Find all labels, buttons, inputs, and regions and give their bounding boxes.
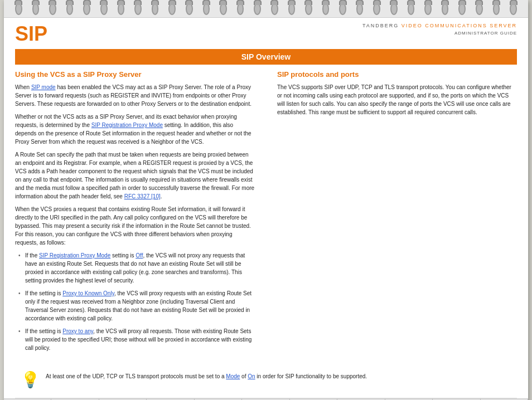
bullet-item-3: If the setting is Proxy to any, the VCS …: [21, 327, 255, 352]
on-link[interactable]: On: [248, 373, 255, 379]
left-para-4: When the VCS proxies a request that cont…: [15, 205, 255, 247]
lightbulb-icon: 💡: [21, 372, 40, 388]
left-para-1: When SIP mode has been enabled the VCS m…: [15, 83, 255, 108]
spiral-hole: [83, 3, 90, 15]
sip-mode-link[interactable]: SIP mode: [31, 84, 56, 90]
spiral-hole: [356, 3, 364, 15]
mode-link[interactable]: Mode: [226, 373, 240, 379]
company-tagline: TANDBERG VIDEO COMMUNICATIONS SERVER: [362, 22, 517, 30]
bullet-item-1: If the SIP Registration Proxy Mode setti…: [21, 251, 255, 285]
page-title: SIP: [15, 22, 47, 46]
left-para-3: A Route Set can specify the path that mu…: [15, 150, 255, 201]
tip-text: At least one of the UDP, TCP or TLS tran…: [46, 372, 367, 381]
spiral-hole: [203, 3, 210, 15]
main-content: Using the VCS as a SIP Proxy Server When…: [4, 65, 528, 362]
spiral-hole: [476, 3, 483, 15]
company-logo-area: TANDBERG VIDEO COMMUNICATIONS SERVER ADM…: [362, 22, 517, 37]
company-name: TANDBERG: [362, 23, 402, 28]
off-link[interactable]: Off: [136, 252, 143, 258]
spiral-hole: [271, 3, 278, 15]
bullet-list: If the SIP Registration Proxy Mode setti…: [15, 251, 255, 352]
spiral-hole: [134, 3, 142, 15]
spiral-hole: [186, 3, 193, 15]
left-heading: Using the VCS as a SIP Proxy Server: [15, 70, 255, 79]
spiral-hole: [49, 3, 56, 15]
right-para-1: The VCS supports SIP over UDP, TCP and T…: [277, 83, 517, 116]
spiral-hole: [442, 3, 449, 15]
tip-box: 💡 At least one of the UDP, TCP or TLS tr…: [15, 368, 517, 392]
section-banner: SIP Overview: [15, 49, 517, 65]
guide-title: ADMINISTRATOR GUIDE: [362, 30, 517, 37]
spiral-hole: [373, 3, 380, 15]
product-line: VIDEO COMMUNICATIONS SERVER: [402, 23, 517, 28]
sip-reg-proxy-link-2[interactable]: SIP Registration Proxy Mode: [39, 252, 110, 258]
spiral-hole: [510, 3, 517, 15]
right-column: SIP protocols and ports The VCS supports…: [272, 70, 517, 357]
spiral-hole: [152, 3, 159, 15]
spiral-hole: [220, 3, 227, 15]
spiral-hole: [424, 3, 432, 15]
rfc-link[interactable]: RFC 3327 [10]: [124, 193, 161, 199]
sip-reg-proxy-link-1[interactable]: SIP Registration Proxy Mode: [91, 122, 163, 128]
spiral-binding: [4, 0, 528, 18]
spiral-hole: [408, 3, 415, 15]
left-para-2: Whether or not the VCS acts as a SIP Pro…: [15, 113, 255, 146]
spiral-hole: [339, 3, 346, 15]
banner-title: SIP Overview: [241, 52, 291, 61]
spiral-hole: [118, 3, 125, 15]
left-column: Using the VCS as a SIP Proxy Server When…: [15, 70, 260, 357]
spiral-hole: [390, 3, 398, 15]
spiral-hole: [288, 3, 296, 15]
spiral-hole: [305, 3, 312, 15]
spiral-hole: [15, 3, 22, 15]
right-heading: SIP protocols and ports: [277, 70, 517, 79]
spiral-hole: [32, 3, 40, 15]
spiral-hole: [168, 3, 176, 15]
spiral-hole: [458, 3, 466, 15]
proxy-known-link[interactable]: Proxy to Known Only: [62, 290, 114, 296]
bullet-item-2: If the setting is Proxy to Known Only, t…: [21, 289, 255, 323]
spiral-hole: [322, 3, 330, 15]
spiral-hole: [493, 3, 500, 15]
page-header: SIP TANDBERG VIDEO COMMUNICATIONS SERVER…: [4, 18, 528, 49]
spiral-hole: [66, 3, 74, 15]
spiral-hole: [100, 3, 108, 15]
proxy-any-link[interactable]: Proxy to any: [62, 328, 93, 334]
spiral-hole: [254, 3, 261, 15]
spiral-hole: [237, 3, 244, 15]
